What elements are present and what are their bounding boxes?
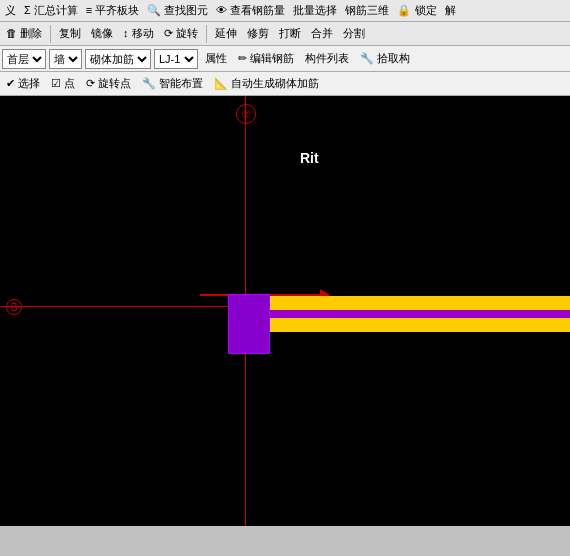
canvas-area[interactable]: ② B Rit bbox=[0, 96, 570, 526]
copy-button[interactable]: 复制 bbox=[55, 25, 85, 42]
yellow-bar-bottom bbox=[270, 318, 570, 332]
toolbar-item-batch[interactable]: 批量选择 bbox=[290, 2, 340, 19]
extend-button[interactable]: 延伸 bbox=[211, 25, 241, 42]
toolbar-item-view[interactable]: 👁 查看钢筋量 bbox=[213, 2, 288, 19]
type-select[interactable]: 墙 bbox=[49, 49, 82, 69]
point-tool[interactable]: ☑ 点 bbox=[47, 75, 79, 92]
b-marker: B bbox=[6, 299, 22, 315]
element-select[interactable]: 砌体加筋 bbox=[85, 49, 151, 69]
component-list-button[interactable]: 构件列表 bbox=[301, 50, 353, 67]
separator2 bbox=[206, 25, 207, 43]
toolbar-row2: 🗑 删除 复制 镜像 ↕ 移动 ⟳ 旋转 延伸 修剪 打断 合并 分割 bbox=[0, 22, 570, 46]
rotate-point-tool[interactable]: ⟳ 旋转点 bbox=[82, 75, 135, 92]
yellow-bar-top bbox=[270, 296, 570, 310]
circle-marker-2: ② bbox=[236, 104, 256, 124]
edit-rebar-button[interactable]: ✏ 编辑钢筋 bbox=[234, 50, 298, 67]
toolbar-item-3d[interactable]: 钢筋三维 bbox=[342, 2, 392, 19]
toolbar-row4: ✔ 选择 ☑ 点 ⟳ 旋转点 🔧 智能布置 📐 自动生成砌体加筋 bbox=[0, 72, 570, 96]
mirror-button[interactable]: 镜像 bbox=[87, 25, 117, 42]
toolbar-item-board[interactable]: ≡ 平齐板块 bbox=[83, 2, 142, 19]
split-button[interactable]: 分割 bbox=[339, 25, 369, 42]
property-button[interactable]: 属性 bbox=[201, 50, 231, 67]
toolbar-row1: 义 Σ 汇总计算 ≡ 平齐板块 🔍 查找图元 👁 查看钢筋量 批量选择 钢筋三维… bbox=[0, 0, 570, 22]
separator bbox=[50, 25, 51, 43]
toolbar-item-help[interactable]: 解 bbox=[442, 2, 459, 19]
pick-button[interactable]: 🔧 拾取构 bbox=[356, 50, 414, 67]
b-circle: B bbox=[6, 299, 22, 315]
purple-bar-horizontal bbox=[270, 310, 570, 318]
select-tool[interactable]: ✔ 选择 bbox=[2, 75, 44, 92]
merge-button[interactable]: 合并 bbox=[307, 25, 337, 42]
layer-select[interactable]: 首层 bbox=[2, 49, 46, 69]
break-button[interactable]: 打断 bbox=[275, 25, 305, 42]
rit-label: Rit bbox=[300, 150, 319, 166]
id-select[interactable]: LJ-1 bbox=[154, 49, 198, 69]
move-button[interactable]: ↕ 移动 bbox=[119, 25, 158, 42]
smart-layout-tool[interactable]: 🔧 智能布置 bbox=[138, 75, 207, 92]
toolbar-item-lock[interactable]: 🔒 锁定 bbox=[394, 2, 439, 19]
delete-button[interactable]: 🗑 删除 bbox=[2, 25, 46, 42]
auto-rebar-tool[interactable]: 📐 自动生成砌体加筋 bbox=[210, 75, 323, 92]
toolbar-item-sum[interactable]: Σ 汇总计算 bbox=[21, 2, 81, 19]
toolbar-row3: 首层 墙 砌体加筋 LJ-1 属性 ✏ 编辑钢筋 构件列表 🔧 拾取构 bbox=[0, 46, 570, 72]
purple-column-block bbox=[228, 294, 270, 354]
trim-button[interactable]: 修剪 bbox=[243, 25, 273, 42]
toolbar-item-yi[interactable]: 义 bbox=[2, 2, 19, 19]
toolbar-item-find[interactable]: 🔍 查找图元 bbox=[144, 2, 211, 19]
rotate-button[interactable]: ⟳ 旋转 bbox=[160, 25, 202, 42]
